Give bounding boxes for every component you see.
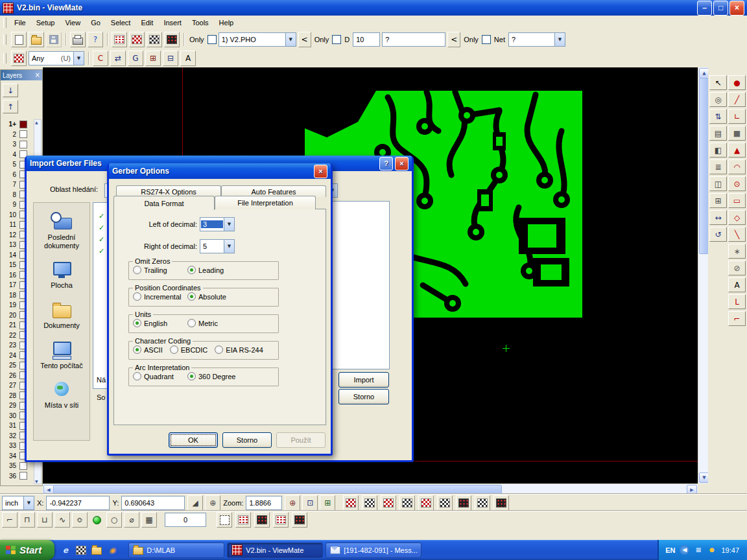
place-dokumenty[interactable]: Dokumenty: [36, 300, 88, 330]
add-circle-button[interactable]: ⊙: [728, 176, 746, 191]
only-d-checkbox[interactable]: [332, 35, 341, 44]
layer-visibility-checkbox[interactable]: [19, 141, 27, 148]
swap-image-button[interactable]: [147, 32, 162, 47]
add-text-button[interactable]: A: [728, 277, 746, 292]
chevron-down-icon[interactable]: [285, 33, 296, 46]
layer-visibility-checkbox[interactable]: [19, 462, 27, 470]
menu-file[interactable]: File: [9, 17, 31, 29]
select-trace-button[interactable]: ⊓: [19, 512, 35, 528]
add-rectangle-button[interactable]: ▭: [728, 193, 746, 208]
apply-button[interactable]: Použít: [276, 432, 326, 448]
list-tool-button[interactable]: ≣: [709, 159, 727, 174]
grid-style-3-button[interactable]: [381, 495, 396, 511]
grid-style-6-button[interactable]: [437, 495, 453, 511]
grid-style-9-button[interactable]: [493, 495, 509, 511]
antivirus-tray[interactable]: ●: [707, 545, 717, 555]
grid-style-8-button[interactable]: [475, 495, 490, 511]
grid-style-5-button[interactable]: [418, 495, 434, 511]
chevron-down-icon[interactable]: [23, 496, 34, 509]
pad-pattern-2-button[interactable]: [254, 512, 270, 528]
browser-launcher[interactable]: ◉: [106, 544, 118, 556]
close-button[interactable]: ×: [729, 1, 744, 16]
grid-style-2-button[interactable]: [362, 495, 377, 511]
l-shape-tool-button[interactable]: L: [728, 294, 746, 309]
zoom-field[interactable]: 1.8866: [246, 496, 282, 510]
aperture-table-button[interactable]: ▦: [141, 512, 157, 528]
select-pad-button[interactable]: ⊔: [37, 512, 53, 528]
close-icon[interactable]: ×: [314, 165, 327, 178]
goto-button[interactable]: G: [128, 51, 143, 66]
hide-icons-chevron-tray[interactable]: ◀: [680, 545, 689, 555]
probe-tool-button[interactable]: ⊘: [728, 261, 746, 275]
selection-filter-button[interactable]: [11, 51, 27, 66]
place-tento-po-ta[interactable]: Tento počítač: [36, 340, 88, 370]
task-d-mlab[interactable]: D:\MLAB: [128, 542, 224, 558]
active-layer-select[interactable]: 1) V2.PHO: [219, 32, 296, 47]
only-layer-checkbox[interactable]: [208, 35, 217, 44]
layer-table-button[interactable]: ▤: [709, 126, 727, 141]
pad-stack-button[interactable]: ◎: [709, 92, 727, 107]
ok-button[interactable]: OK: [169, 432, 218, 448]
add-square-pad-button[interactable]: ■: [728, 126, 746, 141]
transform-button[interactable]: ⇄: [110, 51, 126, 66]
right-of-decimal-select[interactable]: 5: [200, 239, 235, 253]
start-button[interactable]: Start: [0, 540, 54, 560]
print-button[interactable]: [70, 32, 86, 47]
radio-eia-rs-244[interactable]: EIA RS-244: [215, 345, 263, 354]
select-net-button[interactable]: ⌐: [2, 512, 18, 528]
pad-pattern-1-button[interactable]: [235, 512, 251, 528]
chevron-down-icon[interactable]: [224, 240, 234, 253]
dot-grid-button[interactable]: [217, 512, 232, 528]
layer-row-3[interactable]: 3: [2, 139, 33, 150]
place-plocha[interactable]: Plocha: [36, 260, 88, 290]
maximize-button[interactable]: □: [713, 1, 728, 16]
add-round-pad-button[interactable]: ●: [728, 75, 746, 90]
menu-select[interactable]: Select: [106, 17, 136, 29]
half-tone-button[interactable]: ◧: [709, 143, 727, 158]
net-select[interactable]: ?: [508, 32, 565, 47]
menu-tools[interactable]: Tools: [187, 17, 214, 29]
place-posledn-dokumenty[interactable]: Poslední dokumenty: [36, 212, 88, 250]
import-button[interactable]: Import: [338, 372, 389, 388]
grid-style-4-button[interactable]: [399, 495, 415, 511]
rotate-tool-button[interactable]: ↺: [709, 227, 727, 242]
layer-row-36[interactable]: 36: [2, 471, 33, 482]
layer-row-35[interactable]: 35: [2, 461, 33, 471]
save-file-button[interactable]: [46, 32, 62, 47]
radio-leading[interactable]: Leading: [187, 266, 242, 274]
layer-row-2[interactable]: 2: [2, 130, 33, 140]
tab-data-format[interactable]: Data Format: [113, 196, 215, 210]
radio-english[interactable]: English: [133, 319, 187, 327]
layer-row-1[interactable]: 1+: [2, 119, 33, 130]
highlight-net-button[interactable]: ⊞: [145, 51, 161, 66]
round-aperture-button[interactable]: ○: [106, 512, 122, 528]
internet-explorer-launcher[interactable]: e: [60, 544, 71, 556]
radio-trailing[interactable]: Trailing: [133, 266, 187, 274]
previous-dcode-button[interactable]: <: [298, 32, 311, 47]
slot-aperture-button[interactable]: ⌀: [124, 512, 139, 528]
swap-layers-button[interactable]: ⇅: [709, 109, 727, 124]
chevron-down-icon[interactable]: [224, 218, 234, 231]
network-status-tray[interactable]: ▦: [693, 545, 703, 555]
radio-absolute[interactable]: Absolute: [187, 292, 242, 301]
only-net-checkbox[interactable]: [482, 35, 491, 44]
context-help-button[interactable]: ?: [88, 32, 103, 47]
add-slant-button[interactable]: ╲: [728, 227, 746, 242]
pad-pattern-3-button[interactable]: [273, 512, 289, 528]
select-component-button[interactable]: ≎: [72, 512, 88, 528]
text-query-button[interactable]: A: [180, 51, 196, 66]
pad-pattern-4-button[interactable]: [292, 512, 307, 528]
zoom-fit-button[interactable]: ⊞: [320, 495, 335, 511]
pointer-tool-button[interactable]: ↖: [709, 75, 727, 90]
layer-colors-button[interactable]: [129, 32, 145, 47]
grid-style-7-button[interactable]: [456, 495, 471, 511]
dcode-filter-input[interactable]: ?: [382, 32, 445, 47]
radio-incremental[interactable]: Incremental: [133, 292, 187, 301]
layer-visibility-checkbox[interactable]: [19, 121, 27, 128]
close-icon[interactable]: ×: [395, 157, 409, 170]
grid-style-1-button[interactable]: [343, 495, 359, 511]
help-icon[interactable]: ?: [379, 157, 393, 170]
task-v2-bin-viewmate[interactable]: V2.bin - ViewMate: [227, 542, 323, 558]
radio-360-degree[interactable]: 360 Degree: [187, 372, 242, 380]
y-coordinate-field[interactable]: 0.690643: [121, 496, 185, 510]
